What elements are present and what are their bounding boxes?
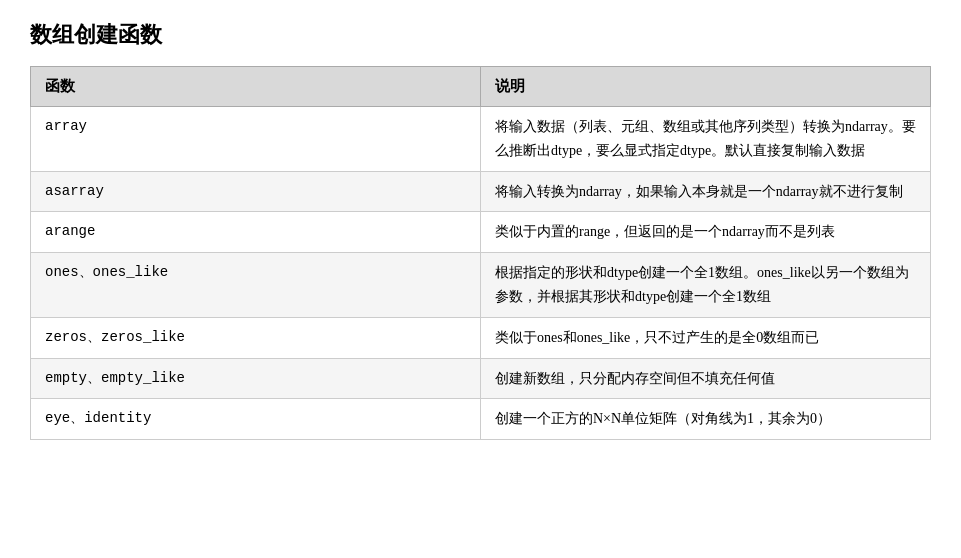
- func-cell: empty、empty_like: [31, 358, 481, 399]
- desc-cell: 类似于内置的range，但返回的是一个ndarray而不是列表: [481, 212, 931, 253]
- func-cell: arange: [31, 212, 481, 253]
- table-row: zeros、zeros_like类似于ones和ones_like，只不过产生的…: [31, 317, 931, 358]
- desc-cell: 创建一个正方的N×N单位矩阵（对角线为1，其余为0）: [481, 399, 931, 440]
- desc-cell: 类似于ones和ones_like，只不过产生的是全0数组而已: [481, 317, 931, 358]
- table-row: array将输入数据（列表、元组、数组或其他序列类型）转换为ndarray。要么…: [31, 107, 931, 172]
- func-cell: asarray: [31, 171, 481, 212]
- table-row: eye、identity创建一个正方的N×N单位矩阵（对角线为1，其余为0）: [31, 399, 931, 440]
- page-title: 数组创建函数: [30, 20, 931, 50]
- desc-cell: 将输入数据（列表、元组、数组或其他序列类型）转换为ndarray。要么推断出dt…: [481, 107, 931, 172]
- desc-cell: 根据指定的形状和dtype创建一个全1数组。ones_like以另一个数组为参数…: [481, 253, 931, 318]
- table-row: ones、ones_like根据指定的形状和dtype创建一个全1数组。ones…: [31, 253, 931, 318]
- col-header-desc: 说明: [481, 67, 931, 107]
- table-row: arange类似于内置的range，但返回的是一个ndarray而不是列表: [31, 212, 931, 253]
- func-cell: array: [31, 107, 481, 172]
- func-cell: eye、identity: [31, 399, 481, 440]
- table-row: empty、empty_like创建新数组，只分配内存空间但不填充任何值: [31, 358, 931, 399]
- col-header-func: 函数: [31, 67, 481, 107]
- func-cell: ones、ones_like: [31, 253, 481, 318]
- functions-table: 函数 说明 array将输入数据（列表、元组、数组或其他序列类型）转换为ndar…: [30, 66, 931, 440]
- table-header-row: 函数 说明: [31, 67, 931, 107]
- desc-cell: 将输入转换为ndarray，如果输入本身就是一个ndarray就不进行复制: [481, 171, 931, 212]
- table-row: asarray将输入转换为ndarray，如果输入本身就是一个ndarray就不…: [31, 171, 931, 212]
- desc-cell: 创建新数组，只分配内存空间但不填充任何值: [481, 358, 931, 399]
- func-cell: zeros、zeros_like: [31, 317, 481, 358]
